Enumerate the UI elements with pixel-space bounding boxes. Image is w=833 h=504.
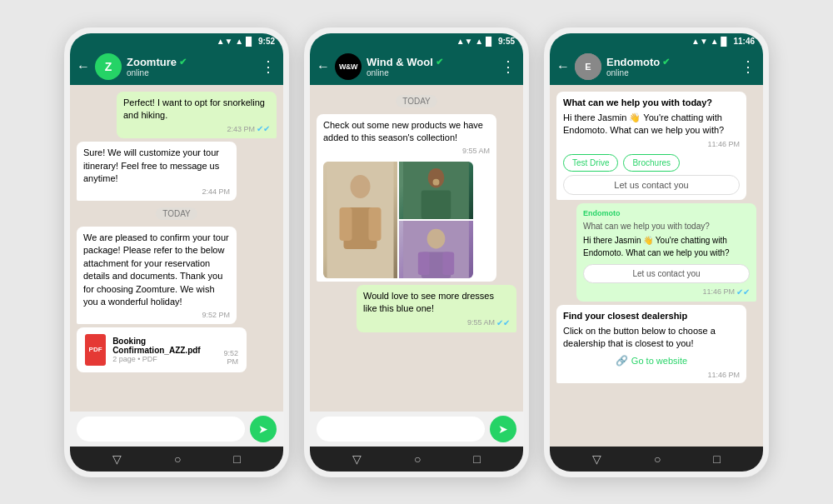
back-button-3[interactable]: ← [556, 59, 570, 74]
fashion-img-1 [323, 162, 397, 278]
nav-home-1[interactable]: ○ [174, 452, 181, 466]
ticks-1: ✔✔ [257, 123, 270, 135]
header-info-1: Zoomture ✔ online [127, 56, 256, 77]
status-icons-1: ▲▼ ▲ █ [217, 37, 252, 46]
time-3: 11:46 [733, 37, 755, 46]
nav-back-1[interactable]: ▽ [112, 452, 122, 466]
back-button-1[interactable]: ← [77, 59, 90, 74]
status-icons-2: ▲▼ ▲ █ [456, 37, 491, 46]
let-us-contact-btn-2[interactable]: Let us contact you [583, 264, 750, 283]
nav-bar-3: ▽ ○ □ [550, 447, 763, 472]
pdf-info-1: Booking Confirmation_AZZ.pdf 2 page • PD… [112, 337, 210, 363]
ticks-2: ✔✔ [496, 317, 510, 329]
svg-point-8 [433, 179, 440, 186]
test-drive-btn[interactable]: Test Drive [563, 154, 618, 172]
chat-body-1: Perfect! I want to opt for snorkeling an… [70, 85, 283, 412]
nav-recent-2[interactable]: □ [473, 452, 480, 466]
msg-in-1: Sure! We will customize your tour itiner… [77, 142, 237, 201]
header-info-2: Wind & Wool ✔ online [367, 56, 496, 77]
send-icon-1: ➤ [258, 422, 268, 436]
contact-name-2: Wind & Wool ✔ [367, 56, 496, 68]
fashion-image-grid [323, 162, 473, 278]
nav-recent-3[interactable]: □ [713, 452, 720, 466]
time-2: 9:55 [498, 37, 515, 46]
msg-in-2: We are pleased to confirm your tour pack… [77, 227, 237, 324]
chat-body-2: TODAY Check out some new products we hav… [310, 85, 523, 412]
status-icons-3: ▲▼ ▲ █ [691, 37, 726, 46]
status-bar-1: ▲▼ ▲ █ 9:52 [70, 33, 283, 48]
chat-input-bar-2: ➤ [310, 412, 523, 447]
svg-rect-7 [421, 190, 451, 219]
nav-bar-1: ▽ ○ □ [70, 447, 283, 472]
avatar-1: Z [95, 53, 122, 80]
send-button-1[interactable]: ➤ [250, 416, 277, 442]
date-divider-1: TODAY [156, 207, 197, 220]
svg-point-1 [351, 175, 371, 198]
chat-input-2[interactable] [317, 417, 485, 442]
fashion-img-2 [399, 162, 473, 219]
avatar-3: E [575, 53, 601, 80]
pdf-attachment-1[interactable]: PDF Booking Confirmation_AZZ.pdf 2 page … [77, 327, 247, 372]
msg-in-with-image: Check out some new products we have adde… [317, 114, 496, 282]
chat-header-1: ← Z Zoomture ✔ online ⋮ [70, 48, 283, 85]
chat-input-bar-1: ➤ [70, 412, 283, 447]
contact-name-3: Endomoto ✔ [606, 56, 736, 68]
bot-reply-title: What can we help you with today? [583, 221, 750, 232]
verified-icon-1: ✔ [179, 57, 187, 67]
nav-recent-1[interactable]: □ [233, 452, 240, 466]
menu-btn-3[interactable]: ⋮ [741, 57, 756, 76]
nav-home-3[interactable]: ○ [654, 452, 661, 466]
phone-endomoto: ▲▼ ▲ █ 11:46 ← E Endomoto ✔ online ⋮ Wha… [544, 27, 769, 477]
go-to-website-btn[interactable]: 🔗 Go to website [563, 354, 740, 368]
verified-icon-2: ✔ [436, 57, 443, 67]
svg-rect-4 [369, 207, 382, 241]
status-bar-2: ▲▼ ▲ █ 9:55 [310, 33, 523, 48]
msg-bot-reply: Endomoto What can we help you with today… [576, 203, 756, 301]
nav-bar-2: ▽ ○ □ [310, 447, 523, 472]
nav-back-3[interactable]: ▽ [592, 452, 601, 466]
contact-name-1: Zoomture ✔ [127, 56, 256, 68]
svg-rect-3 [340, 207, 352, 241]
msg-out-1: Perfect! I want to opt for snorkeling an… [117, 92, 277, 139]
ticks-3: ✔✔ [736, 287, 750, 298]
contact-status-2: online [367, 68, 496, 77]
time-1: 9:52 [258, 37, 275, 46]
chat-header-3: ← E Endomoto ✔ online ⋮ [550, 48, 763, 85]
send-icon-2: ➤ [498, 422, 508, 436]
phone-zoomture: ▲▼ ▲ █ 9:52 ← Z Zoomture ✔ online ⋮ Perf… [64, 27, 289, 477]
svg-point-10 [427, 229, 446, 249]
header-info-3: Endomoto ✔ online [606, 56, 736, 77]
let-us-contact-btn-1[interactable]: Let us contact you [563, 175, 740, 195]
svg-rect-13 [442, 252, 454, 275]
contact-status-3: online [606, 68, 736, 77]
svg-rect-12 [418, 252, 430, 275]
verified-icon-3: ✔ [662, 57, 670, 67]
bot-sender-label: Endomoto [583, 208, 750, 219]
date-divider-2: TODAY [396, 95, 437, 107]
nav-back-2[interactable]: ▽ [352, 452, 362, 466]
chat-header-2: ← W&W Wind & Wool ✔ online ⋮ [310, 48, 523, 85]
avatar-2: W&W [335, 53, 362, 80]
chat-body-3: What can we help you with today? Hi ther… [550, 85, 763, 447]
fashion-img-3 [399, 221, 473, 278]
msg-out-2: Would love to see more dresses like this… [357, 285, 516, 332]
quick-reply-row: Test Drive Brochures [563, 154, 740, 172]
msg-dealership: Find your closest dealership Click on th… [556, 305, 746, 384]
back-button-2[interactable]: ← [317, 59, 330, 74]
phone-windwool: ▲▼ ▲ █ 9:55 ← W&W Wind & Wool ✔ online ⋮… [304, 27, 529, 477]
brochures-btn[interactable]: Brochures [623, 154, 680, 172]
pdf-icon-1: PDF [85, 334, 106, 366]
menu-btn-2[interactable]: ⋮ [501, 57, 516, 76]
link-icon: 🔗 [616, 354, 628, 368]
msg-title-1: What can we help you with today? [563, 97, 740, 109]
msg-time-1: 2:43 PM ✔✔ [123, 123, 270, 135]
svg-text:E: E [585, 62, 591, 72]
status-bar-3: ▲▼ ▲ █ 11:46 [550, 33, 763, 48]
nav-home-2[interactable]: ○ [414, 452, 421, 466]
chat-input-1[interactable] [77, 417, 245, 442]
msg-rich-1: What can we help you with today? Hi ther… [556, 92, 746, 201]
contact-status-1: online [127, 68, 256, 77]
send-button-2[interactable]: ➤ [490, 416, 516, 442]
menu-btn-1[interactable]: ⋮ [261, 57, 277, 76]
msg-title-dealership: Find your closest dealership [563, 310, 740, 322]
